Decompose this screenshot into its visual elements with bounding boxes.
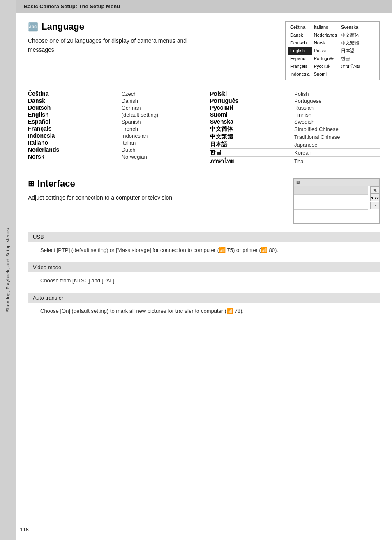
sidebar-strip: Shooting, Playback, and Setup Menus <box>0 0 16 540</box>
grid-cell: Suomi <box>312 70 339 78</box>
language-title: Language <box>42 21 84 32</box>
interface-preview-box: ⊞ 🔌 NTSC 〜 <box>293 178 380 224</box>
lang-english: Thai <box>294 157 380 166</box>
language-intro-text: Choose one of 20 languages for display o… <box>28 36 192 55</box>
lang-name: Polski <box>210 90 294 97</box>
interface-row-3 <box>294 202 368 210</box>
interface-section-top: ⊞ Interface Adjust settings for connecti… <box>28 178 380 224</box>
lang-name: Español <box>28 118 122 125</box>
lang-english: Russian <box>294 104 380 111</box>
interface-icon: ⊞ <box>28 179 34 188</box>
interface-title: Interface <box>37 178 75 189</box>
grid-cell: 日本語 <box>339 47 362 55</box>
language-right-column: Polski Polish Português Portuguese Русск… <box>210 90 380 166</box>
interface-row-2 <box>294 195 368 202</box>
grid-cell: Español <box>288 55 312 62</box>
subsection-autotransfer-header: Auto transfer <box>28 293 380 303</box>
subsection-usb-label: USB <box>33 234 44 240</box>
lang-name: 日本語 <box>210 141 294 149</box>
lang-english: Italian <box>122 139 198 146</box>
subsection-video: Video mode Choose from [NTSC] and [PAL]. <box>28 262 380 289</box>
content-area: 🔤 Language Choose one of 20 languages fo… <box>16 13 392 331</box>
subsection-video-header: Video mode <box>28 262 380 272</box>
interface-transfer-icon: 〜 <box>370 202 379 209</box>
lang-english: Polish <box>294 90 380 97</box>
lang-name: 한글 <box>210 149 294 157</box>
lang-english: Dutch <box>122 146 198 153</box>
grid-cell <box>339 70 362 78</box>
lang-name: Norsk <box>28 153 122 160</box>
grid-cell: English <box>288 47 312 55</box>
language-grid-box: Čeština Italiano Svenska Dansk Nederland… <box>285 21 380 80</box>
grid-cell: Polski <box>312 47 339 55</box>
lang-english: Korean <box>294 149 380 157</box>
interface-box-icon-small: ⊞ <box>296 180 300 185</box>
grid-cell: Deutsch <box>288 39 312 47</box>
grid-cell: 한글 <box>339 55 362 62</box>
grid-cell: 中文简体 <box>339 31 362 39</box>
interface-section-title: ⊞ Interface <box>28 178 281 189</box>
grid-cell: Nederlands <box>312 31 339 39</box>
page-number: 118 <box>20 526 29 533</box>
subsection-video-body: Choose from [NTSC] and [PAL]. <box>28 274 380 289</box>
lang-english: Danish <box>122 97 198 104</box>
lang-english: Finnish <box>294 111 380 118</box>
lang-english: Czech <box>122 90 198 97</box>
subsection-usb-body: Select [PTP] (default setting) or [Mass … <box>28 244 380 259</box>
lang-name: English <box>28 111 122 118</box>
lang-name: Русский <box>210 104 294 111</box>
lang-name: Italiano <box>28 139 122 146</box>
interface-usb-icon: 🔌 <box>370 186 379 194</box>
grid-cell: Русский <box>312 62 339 70</box>
subsection-autotransfer: Auto transfer Choose [On] (default setti… <box>28 293 380 320</box>
interface-box-header: ⊞ <box>294 179 379 186</box>
subsection-usb: USB Select [PTP] (default setting) or [M… <box>28 232 380 259</box>
language-intro-block: 🔤 Language Choose one of 20 languages fo… <box>28 21 273 61</box>
lang-english: Japanese <box>294 141 380 149</box>
grid-cell: Čeština <box>288 23 312 31</box>
lang-name: Nederlands <box>28 146 122 153</box>
grid-cell: Dansk <box>288 31 312 39</box>
language-icon: 🔤 <box>28 22 38 32</box>
lang-english: Indonesian <box>122 132 198 139</box>
lang-name: Português <box>210 97 294 104</box>
main-content: Basic Camera Setup: The Setup Menu 🔤 Lan… <box>16 0 392 540</box>
language-section-title: 🔤 Language <box>28 21 273 32</box>
interface-section: ⊞ Interface Adjust settings for connecti… <box>28 178 380 319</box>
lang-name: Français <box>28 125 122 132</box>
language-section-top: 🔤 Language Choose one of 20 languages fo… <box>28 21 380 80</box>
header-title: Basic Camera Setup: The Setup Menu <box>24 3 120 9</box>
header-bar: Basic Camera Setup: The Setup Menu <box>16 0 392 13</box>
column-divider <box>198 90 210 166</box>
lang-english: German <box>122 104 198 111</box>
subsection-usb-header: USB <box>28 232 380 242</box>
lang-name: Suomi <box>210 111 294 118</box>
interface-intro-text: Adjust settings for connection to a comp… <box>28 193 192 202</box>
sidebar-label: Shooting, Playback, and Setup Menus <box>5 228 10 312</box>
lang-name: Dansk <box>28 97 122 104</box>
lang-name: 中文繁體 <box>210 133 294 141</box>
grid-cell: Italiano <box>312 23 339 31</box>
grid-cell: Français <box>288 62 312 70</box>
interface-box: ⊞ 🔌 NTSC 〜 <box>293 178 380 224</box>
grid-cell: Português <box>312 55 339 62</box>
lang-name: ภาษาไทย <box>210 157 294 166</box>
lang-english: Swedish <box>294 118 380 125</box>
grid-cell: Indonesia <box>288 70 312 78</box>
grid-cell: 中文繁體 <box>339 39 362 47</box>
interface-row-1 <box>294 186 368 195</box>
lang-name: Deutsch <box>28 104 122 111</box>
lang-english: Traditional Chinese <box>294 133 380 141</box>
interface-row-label <box>296 188 297 193</box>
lang-name: Indonesia <box>28 132 122 139</box>
subsection-video-label: Video mode <box>33 264 61 270</box>
interface-intro-block: ⊞ Interface Adjust settings for connecti… <box>28 178 281 202</box>
grid-cell: Norsk <box>312 39 339 47</box>
lang-english: (default setting) <box>122 111 198 118</box>
lang-english: French <box>122 125 198 132</box>
grid-cell: ภาษาไทย <box>339 62 362 70</box>
lang-name: Čeština <box>28 90 122 97</box>
lang-english: Spanish <box>122 118 198 125</box>
lang-english: Simplified Chinese <box>294 125 380 133</box>
language-table: Čeština Czech Dansk Danish Deutsch Germa… <box>28 90 380 166</box>
